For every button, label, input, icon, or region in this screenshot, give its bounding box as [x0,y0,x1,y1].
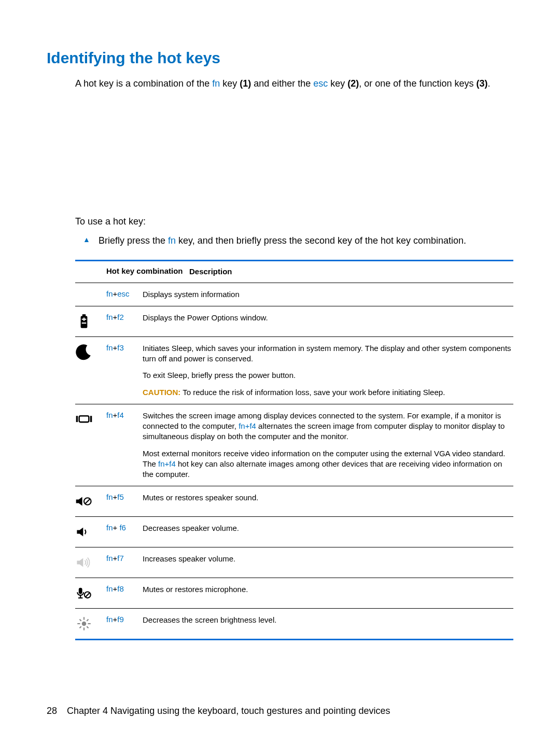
volume-up-icon [75,554,93,571]
combo-key: f3 [117,343,124,352]
combo-plus: + [113,554,118,563]
intro-text: A hot key is a combination of the [75,78,212,89]
hotkey-combo: fn+f9 [106,615,143,632]
intro-ref-3: (3) [476,78,487,89]
desc-caution: CAUTION: To reduce the risk of informati… [143,387,513,398]
combo-key: f7 [117,554,124,563]
row-icon-cell [75,523,106,541]
row-icon-cell [75,584,106,602]
row-description: Switches the screen image among display … [143,411,513,480]
row-icon-cell [75,615,106,632]
page: Identifying the hot keys A hot key is a … [0,0,560,745]
brightness-down-icon [75,615,93,632]
intro-text: . [487,78,490,89]
desc-text: hot key can also alternate images among … [143,459,502,479]
svg-point-15 [82,622,87,626]
instruction-text: Briefly press the fn key, and then brief… [99,235,466,246]
table-row: fn+f4 Switches the screen image among di… [75,404,513,487]
intro-paragraph: A hot key is a combination of the fn key… [75,77,513,90]
esc-key: esc [313,78,328,89]
combo-fn: fn [106,523,113,532]
combo-key: esc [117,289,129,298]
combo-plus: + [113,493,118,501]
desc-p1: Initiates Sleep, which saves your inform… [143,343,513,364]
speaker-mute-icon [75,493,93,510]
combo-key: f5 [117,493,124,501]
instruction-bullet: ▲ Briefly press the fn key, and then bri… [83,235,513,246]
use-hotkey-label: To use a hot key: [75,216,513,227]
page-number: 28 [47,706,57,716]
hotkey-combo: fn+ f6 [106,523,143,541]
hotkey-combo: fn+f2 [106,313,143,330]
combo-plus: + [113,615,118,624]
combo-fn: fn [106,615,113,624]
row-description: Mutes or restores microphone. [143,584,513,602]
row-description: Decreases the screen brightness level. [143,615,513,632]
desc-p2: Most external monitors receive video inf… [143,448,513,480]
row-description: Increases speaker volume. [143,554,513,571]
combo-plus: + [113,411,118,419]
instruction-text: key, and then briefly press the second k… [176,235,466,246]
combo-plus: + [113,313,118,321]
svg-line-14 [86,593,90,597]
intro-ref-1: (1) [240,78,251,89]
svg-line-9 [85,499,90,504]
table-row: fn+f8 Mutes or restores microphone. [75,578,513,609]
combo-key: f8 [117,584,124,593]
combo-plus: + [113,523,120,532]
caution-text: To reduce the risk of information loss, … [180,388,445,397]
intro-ref-2: (2) [347,78,359,89]
row-icon-cell [75,289,106,300]
row-description: Displays system information [143,289,513,300]
combo-key: f9 [117,615,124,624]
hotkey-combo: fn+f7 [106,554,143,571]
svg-rect-3 [82,318,87,319]
desc-p1: Switches the screen image among display … [143,411,513,442]
svg-rect-5 [76,416,78,422]
table-row: fn+f5 Mutes or restores speaker sound. [75,486,513,517]
row-description: Initiates Sleep, which saves your inform… [143,343,513,398]
chapter-title: Chapter 4 Navigating using the keyboard,… [67,706,390,716]
row-icon-cell [75,411,106,480]
section-title: Identifying the hot keys [47,49,513,67]
table-row: fn+f2 Displays the Power Options window. [75,306,513,337]
moon-icon [75,343,93,361]
hotkey-combo: fn+esc [106,289,143,300]
svg-line-21 [87,627,88,628]
combo-fn: fn [106,313,113,321]
intro-text: and either the [251,78,313,89]
hotkey-combo: fn+f8 [106,584,143,602]
instruction-text: Briefly press the [99,235,168,246]
battery-icon [75,313,93,330]
combo-plus: + [113,584,118,593]
switch-display-icon [75,411,93,428]
combo-fn: fn [106,343,113,352]
combo-fn: fn [106,493,113,501]
row-description: Decreases speaker volume. [143,523,513,541]
combo-key: f4 [117,411,124,419]
intro-text: key [220,78,240,89]
table-header: Hot key combination Description [75,261,513,283]
combo-fn: fn [106,289,113,298]
combo-plus: + [113,289,118,298]
row-description: Mutes or restores speaker sound. [143,493,513,510]
combo-key: f2 [117,313,124,321]
row-description: Displays the Power Options window. [143,313,513,330]
hotkey-combo: fn+f5 [106,493,143,510]
table-row: fn+f3 Initiates Sleep, which saves your … [75,337,513,404]
combo-key: f6 [119,523,126,532]
microphone-mute-icon [75,584,93,602]
row-icon-cell [75,343,106,398]
hotkey-table: Hot key combination Description fn+esc D… [75,260,513,640]
header-combo: Hot key combination [106,266,189,277]
table-row: fn+esc Displays system information [75,283,513,306]
svg-rect-10 [79,588,82,594]
combo-plus: + [113,343,118,352]
row-icon-cell [75,313,106,330]
intro-text: key [328,78,347,89]
keyboard-diagram-placeholder [47,90,513,216]
triangle-bullet-icon: ▲ [83,235,99,244]
row-icon-cell [75,554,106,571]
hotkey-combo: fn+f3 [106,343,143,398]
svg-line-20 [80,620,81,621]
